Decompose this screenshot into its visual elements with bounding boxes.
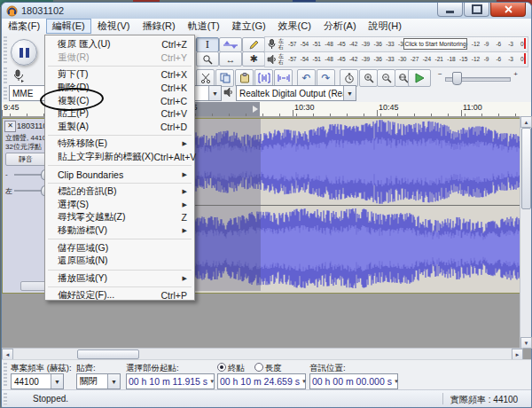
submenu-arrow-icon: ▶ bbox=[183, 227, 187, 234]
redo-button[interactable]: ↷ bbox=[317, 69, 335, 87]
horizontal-scrollbar[interactable]: ◄ ► bbox=[2, 348, 523, 359]
meter-scale-tick: -45 bbox=[337, 56, 345, 62]
hscroll-thumb[interactable] bbox=[77, 349, 139, 359]
meter-scale-tick: -21 bbox=[434, 56, 442, 62]
menu-item-12[interactable]: Clip Boundaries▶ bbox=[45, 168, 194, 181]
menu-item-14[interactable]: 標記的音訊(B)▶ bbox=[45, 185, 194, 199]
monitor-hint[interactable]: Click to Start Monitoring bbox=[403, 38, 467, 50]
snap-select[interactable]: 關閉 ▼ bbox=[76, 373, 121, 389]
actual-rate: 實際頻率 : 44100 bbox=[450, 394, 518, 406]
play-icon bbox=[414, 73, 425, 83]
menubar-item-0[interactable]: 檔案(F) bbox=[2, 19, 46, 34]
meter-scale-tick: -48 bbox=[325, 56, 332, 62]
output-device-select[interactable]: Realtek Digital Output (Realtek ▼ bbox=[236, 85, 356, 101]
zoom-out-button[interactable] bbox=[377, 69, 395, 87]
menubar-item-4[interactable]: 軌道(T) bbox=[182, 19, 226, 34]
menubar-item-6[interactable]: 效果(C) bbox=[272, 19, 317, 34]
toolbar-grip[interactable] bbox=[4, 67, 7, 85]
menu-item-3[interactable]: 剪下(T)Ctrl+X bbox=[45, 68, 194, 82]
menubar-item-7[interactable]: 分析(A) bbox=[317, 19, 363, 34]
record-channel-labels: 左右 bbox=[278, 38, 284, 51]
ruler-label: 11:00 bbox=[463, 103, 482, 112]
meter-scale-tick: -12 bbox=[472, 41, 480, 47]
menubar-item-2[interactable]: 檢視(V) bbox=[91, 19, 137, 34]
menu-item-19[interactable]: 儲存區域(G) bbox=[45, 241, 194, 255]
timeshift-tool-button[interactable]: ↔ bbox=[219, 51, 242, 67]
paste-icon bbox=[239, 73, 250, 83]
menu-item-15[interactable]: 選擇(S)▶ bbox=[45, 199, 194, 212]
multi-tool-button[interactable]: ✱ bbox=[242, 51, 265, 67]
playback-meter[interactable]: 左右 -57-54-51-48-45-42-39-36-33-30-27-24-… bbox=[264, 51, 528, 67]
menu-item-1[interactable]: 重做(R)Ctrl+Y bbox=[45, 51, 194, 65]
zoom-tool-button[interactable] bbox=[196, 51, 219, 67]
close-button[interactable] bbox=[490, 3, 526, 17]
menu-item-7[interactable]: 重製(A)Ctrl+D bbox=[45, 121, 194, 134]
meter-scale-tick: -30 bbox=[398, 56, 406, 62]
ruler-major-tick bbox=[377, 110, 378, 116]
selection-start-field[interactable]: 00 h 10 m 11.915 s▼ bbox=[126, 373, 215, 389]
minimize-button[interactable] bbox=[437, 3, 463, 17]
track-close-button[interactable]: ✕ bbox=[4, 121, 16, 132]
meter-scale-tick: -57 bbox=[288, 41, 296, 47]
meter-scale-tick: -3 bbox=[508, 41, 513, 47]
sync-lock-button[interactable] bbox=[340, 69, 358, 87]
ruler-major-tick bbox=[293, 110, 293, 116]
trim-outside-button[interactable] bbox=[254, 69, 273, 87]
length-radio[interactable] bbox=[254, 363, 263, 372]
meter-scale-tick: -36 bbox=[374, 56, 382, 62]
menu-item-0[interactable]: 復原 匯入(U)Ctrl+Z bbox=[45, 38, 194, 51]
meter-scale-tick: -51 bbox=[313, 41, 321, 47]
mute-button[interactable]: 靜音 bbox=[5, 153, 46, 166]
magnifier-icon bbox=[202, 54, 213, 65]
silence-selection-button[interactable] bbox=[274, 69, 293, 87]
cut-button[interactable] bbox=[196, 69, 215, 87]
vscroll-thumb[interactable] bbox=[521, 128, 531, 209]
toolbar-grip[interactable] bbox=[4, 87, 7, 101]
menu-item-20[interactable]: 還原區域(N) bbox=[45, 255, 194, 268]
menu-bar: 檔案(F)編輯(E)檢視(V)播錄(R)軌道(T)建立(G)效果(C)分析(A)… bbox=[2, 19, 531, 35]
menu-item-22[interactable]: 播放區域(Y)▶ bbox=[45, 272, 194, 286]
end-radio[interactable] bbox=[217, 363, 226, 372]
pause-icon bbox=[20, 48, 23, 58]
menubar-item-8[interactable]: 說明(H) bbox=[363, 19, 408, 34]
recording-meter[interactable]: 左右 -57-54-51-48-45-42-39-36-33-30-27-24-… bbox=[264, 36, 528, 52]
playback-speed-slider[interactable]: − + bbox=[438, 69, 518, 85]
chevron-down-icon: ▼ bbox=[107, 374, 120, 388]
scroll-up-button[interactable]: ▲ bbox=[520, 116, 532, 128]
draw-tool-button[interactable] bbox=[242, 37, 265, 52]
envelope-tool-button[interactable] bbox=[219, 37, 242, 52]
microphone-icon[interactable] bbox=[12, 69, 25, 82]
toolbar-grip[interactable] bbox=[4, 363, 7, 388]
submenu-arrow-icon: ▶ bbox=[183, 188, 187, 195]
track-bitdepth-info: 32位元浮點 bbox=[5, 142, 42, 152]
menu-item-24[interactable]: 偏好設定(F)...Ctrl+P bbox=[45, 289, 194, 302]
pause-button[interactable] bbox=[11, 39, 37, 66]
toolbar-grip[interactable] bbox=[4, 36, 7, 65]
double-arrow-icon: ↔ bbox=[226, 54, 236, 65]
menu-separator bbox=[48, 66, 192, 67]
selection-end-field[interactable]: 00 h 10 m 24.659 s▼ bbox=[217, 373, 306, 389]
paste-button[interactable] bbox=[235, 69, 254, 87]
selection-tool-button[interactable]: I bbox=[196, 37, 219, 52]
undo-button[interactable]: ↶ bbox=[297, 69, 316, 87]
vertical-scrollbar[interactable]: ▲ ▼ bbox=[520, 116, 531, 349]
slider-thumb[interactable] bbox=[452, 72, 462, 85]
menu-item-17[interactable]: 移動游標(V)▶ bbox=[45, 224, 194, 238]
menu-item-10[interactable]: 貼上文字到新的標籤(X)Ctrl+Alt+V bbox=[45, 151, 194, 164]
title-bar[interactable]: 18031102 bbox=[2, 3, 531, 20]
selection-arrow-icon bbox=[253, 106, 258, 113]
menubar-item-3[interactable]: 播錄(R) bbox=[136, 19, 181, 34]
trim-outside-icon bbox=[258, 73, 270, 83]
zoom-in-button[interactable] bbox=[359, 69, 378, 87]
maximize-button[interactable] bbox=[464, 3, 489, 17]
menu-item-9[interactable]: 特殊移除(E)▶ bbox=[45, 137, 194, 151]
snap-value: 關閉 bbox=[77, 375, 107, 388]
project-rate-select[interactable]: 44100 ▼ bbox=[11, 373, 64, 389]
play-at-speed-button[interactable] bbox=[408, 69, 431, 87]
audio-position-field[interactable]: 00 h 00 m 00.000 s▼ bbox=[309, 373, 398, 389]
menubar-item-1[interactable]: 編輯(E) bbox=[46, 19, 91, 34]
meter-toolbar: 左右 -57-54-51-48-45-42-39-36-33-30-27-24-… bbox=[264, 36, 527, 67]
menubar-item-5[interactable]: 建立(G) bbox=[226, 19, 272, 34]
copy-button[interactable] bbox=[215, 69, 234, 87]
menu-item-16[interactable]: 尋找零交越點(Z)Z bbox=[45, 211, 194, 224]
